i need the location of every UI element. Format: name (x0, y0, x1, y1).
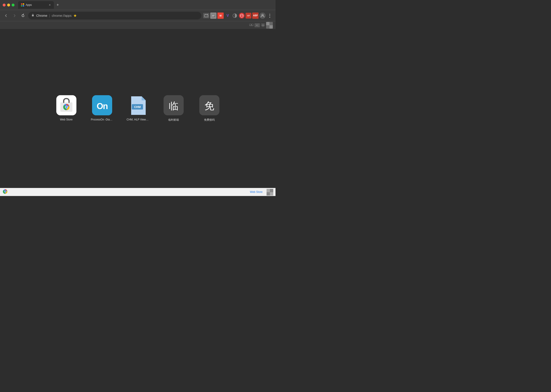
tampermonkey-icon[interactable] (239, 13, 245, 19)
apps-grid: Web Store On ProcessOn -Diagram... (55, 95, 221, 122)
app-icon-free-code: 免 (199, 95, 219, 115)
toolbar-small-icon-1[interactable] (249, 23, 254, 27)
svg-rect-14 (251, 24, 253, 26)
svg-rect-0 (32, 15, 34, 16)
svg-rect-40 (266, 189, 270, 192)
user-avatar[interactable] (266, 22, 273, 29)
svg-text:免: 免 (204, 101, 214, 112)
titlebar: Apps × + (0, 0, 276, 10)
svg-rect-20 (266, 22, 270, 25)
svg-rect-6 (212, 15, 215, 15)
app-icon-chm: CHM (128, 95, 148, 115)
svg-point-9 (240, 14, 243, 17)
toolbar-small-icon-3[interactable] (260, 23, 266, 27)
traffic-lights (3, 4, 14, 7)
app-icon-processon: On (92, 95, 112, 115)
adblock-icon[interactable]: ABP (252, 13, 258, 19)
address-url: chrome://apps (52, 14, 71, 17)
back-button[interactable] (3, 12, 9, 19)
svg-rect-7 (212, 16, 214, 16)
app-item-temp-email[interactable]: 临 临时邮箱 (162, 95, 185, 122)
svg-point-27 (65, 106, 67, 108)
maximize-button[interactable] (12, 4, 14, 7)
navbar: Chrome | chrome://apps ★ M V (0, 10, 276, 21)
app-label-chm: CHM, HLP Viewer an... (127, 118, 149, 121)
secondary-toolbar: ▸| (0, 21, 276, 29)
secure-icon (31, 14, 35, 17)
bookmark-button[interactable]: ★ (73, 13, 77, 18)
chrome-logo-bottom (3, 189, 7, 195)
svg-point-10 (241, 15, 242, 16)
address-separator: | (49, 14, 50, 17)
app-item-processon[interactable]: On ProcessOn -Diagram... (91, 95, 113, 121)
small-icons-area: ▸| (249, 22, 273, 29)
app-icon-web-store (56, 95, 77, 115)
svg-rect-5 (212, 14, 215, 17)
tab-title: Apps (26, 3, 47, 7)
close-button[interactable] (3, 4, 6, 7)
ext-v-icon[interactable]: V (224, 13, 231, 19)
svg-rect-21 (270, 25, 273, 29)
profile-icon[interactable] (259, 13, 266, 19)
main-content: Web Store On ProcessOn -Diagram... (0, 29, 276, 188)
app-label-web-store: Web Store (55, 118, 77, 121)
refresh-button[interactable] (20, 12, 26, 19)
svg-text:On: On (97, 101, 107, 111)
svg-rect-13 (249, 24, 251, 26)
minimize-button[interactable] (7, 4, 10, 7)
svg-point-12 (262, 14, 264, 16)
clash-icon[interactable]: CF (245, 13, 251, 19)
app-label-temp-email: 临时邮箱 (162, 118, 185, 122)
tab-favicon (21, 3, 24, 7)
svg-rect-16 (261, 24, 263, 25)
tab-close-button[interactable]: × (49, 3, 51, 7)
bottom-avatar (266, 189, 273, 195)
bottom-bar: Web Store (0, 188, 276, 196)
app-icon-temp-email: 临 (164, 95, 184, 115)
svg-text:临: 临 (169, 101, 179, 112)
dark-reader-icon[interactable] (232, 13, 238, 19)
app-item-chm[interactable]: CHM CHM, HLP Viewer an... (127, 95, 149, 121)
address-bar[interactable]: Chrome | chrome://apps ★ (28, 12, 201, 20)
site-name: Chrome (36, 14, 47, 17)
app-label-processon: ProcessOn -Diagram... (91, 118, 113, 121)
svg-rect-2 (205, 14, 206, 15)
toolbar-small-icon-2[interactable]: ▸| (254, 23, 260, 27)
svg-rect-17 (263, 24, 265, 25)
tab-area: Apps × + (18, 1, 273, 9)
svg-point-11 (242, 15, 243, 16)
gmail-ext-icon[interactable]: M (217, 13, 224, 19)
app-item-free-code[interactable]: 免 免费接码 (198, 95, 221, 122)
svg-point-38 (5, 191, 6, 192)
app-label-free-code: 免费接码 (198, 118, 221, 122)
svg-text:CHM: CHM (134, 105, 141, 109)
svg-rect-18 (262, 26, 264, 27)
forward-button[interactable] (11, 12, 18, 19)
extension-icons: M V CF ABP ⋮ (203, 13, 273, 19)
ext-icon-1[interactable] (210, 13, 216, 19)
svg-rect-41 (270, 192, 273, 196)
active-tab[interactable]: Apps × (18, 1, 54, 9)
bottom-web-store-link[interactable]: Web Store (250, 190, 263, 194)
chrome-menu-button[interactable]: ⋮ (266, 13, 273, 19)
app-item-web-store[interactable]: Web Store (55, 95, 77, 121)
new-tab-button[interactable]: + (55, 2, 61, 8)
screenshot-ext-icon[interactable] (203, 13, 209, 18)
